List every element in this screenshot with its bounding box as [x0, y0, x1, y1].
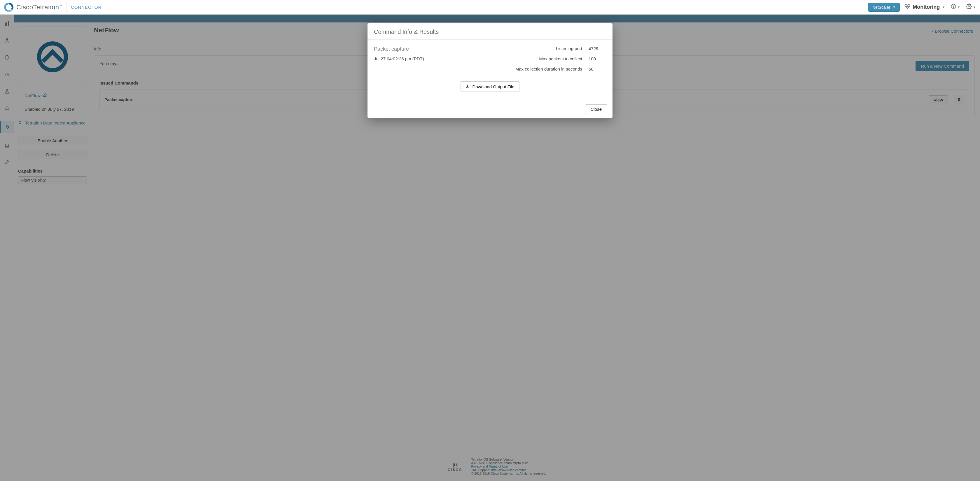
header-separator	[67, 2, 67, 12]
brand-prefix: Cisco	[16, 3, 33, 11]
caret-down-icon: ▼	[957, 6, 960, 9]
app-root: CiscoTetration™ CONNECTOR NetScaler ▼ Mo…	[0, 0, 980, 481]
brand-tm: ™	[59, 4, 62, 7]
max-duration-value: 60	[589, 67, 606, 71]
svg-point-1	[953, 8, 954, 8]
caret-down-icon: ▼	[973, 6, 976, 9]
connector-breadcrumb[interactable]: CONNECTOR	[71, 5, 102, 10]
scope-label: NetScaler	[872, 5, 890, 10]
monitoring-label: Monitoring	[913, 4, 940, 10]
brand-accent: o	[52, 3, 56, 11]
help-dropdown[interactable]: ▼	[951, 4, 960, 11]
download-label: Download Output File	[472, 84, 514, 89]
modal-subtitle: Packet capture	[374, 46, 484, 52]
svg-point-2	[968, 6, 970, 7]
brand-suffix: n	[56, 3, 59, 11]
close-button[interactable]: Close	[585, 104, 607, 114]
gear-icon	[966, 3, 972, 11]
max-packets-label: Max packets to collect	[496, 56, 582, 61]
brand-text: CiscoTetration™	[16, 3, 62, 11]
top-header: CiscoTetration™ CONNECTOR NetScaler ▼ Mo…	[0, 0, 980, 14]
settings-dropdown[interactable]: ▼	[966, 3, 976, 11]
max-packets-value: 100	[589, 56, 606, 61]
max-duration-row: Max collection duration in seconds 60	[496, 67, 606, 71]
heartbeat-icon	[904, 4, 910, 11]
brand-swirl-icon	[4, 3, 13, 12]
scope-dropdown[interactable]: NetScaler ▼	[868, 3, 900, 12]
caret-down-icon: ▼	[892, 6, 896, 9]
listening-port-row: Listening port 4729	[496, 46, 606, 51]
max-packets-row: Max packets to collect 100	[496, 56, 606, 61]
listening-port-value: 4729	[589, 46, 606, 51]
brand-logo[interactable]: CiscoTetration™	[4, 3, 62, 12]
modal-overlay[interactable]: Command Info & Results Packet capture Ju…	[0, 14, 980, 481]
modal-timestamp: Jul 27 04:02:26 pm (PDT)	[374, 56, 484, 61]
download-icon	[466, 84, 470, 89]
listening-port-label: Listening port	[496, 46, 582, 51]
download-output-button[interactable]: Download Output File	[461, 81, 519, 92]
help-icon	[951, 4, 956, 11]
brand-main: Tetrati	[33, 3, 52, 11]
max-duration-label: Max collection duration in seconds	[496, 67, 582, 71]
body-area: ‹ Browse Connectors NetFlow	[0, 14, 980, 481]
caret-down-icon: ▼	[942, 6, 945, 9]
modal-title: Command Info & Results	[368, 23, 612, 40]
monitoring-dropdown[interactable]: Monitoring ▼	[904, 4, 945, 11]
command-results-modal: Command Info & Results Packet capture Ju…	[368, 23, 612, 118]
